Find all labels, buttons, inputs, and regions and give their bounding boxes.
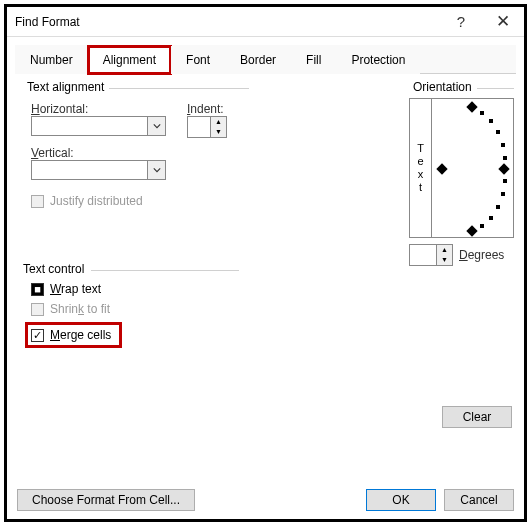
vertical-combo[interactable] xyxy=(31,160,166,180)
vertical-label: Vertical: xyxy=(31,146,166,160)
cancel-button[interactable]: Cancel xyxy=(444,489,514,511)
divider xyxy=(91,270,239,271)
dot-icon xyxy=(501,192,505,196)
orientation-legend: Orientation xyxy=(409,80,476,94)
dot-icon xyxy=(496,205,500,209)
degrees-row: ▲ ▼ Degrees xyxy=(409,244,514,266)
dot-icon xyxy=(489,119,493,123)
divider xyxy=(109,88,249,89)
checkbox-checked-icon: ■ xyxy=(31,283,44,296)
degrees-label: Degrees xyxy=(459,248,504,262)
diamond-icon xyxy=(436,163,447,174)
divider xyxy=(477,88,514,89)
diamond-icon xyxy=(466,225,477,236)
wrap-text-checkbox[interactable]: ■ Wrap text xyxy=(31,282,239,296)
find-format-dialog: Find Format ? ✕ Number Alignment Font Bo… xyxy=(4,4,527,522)
glyph: t xyxy=(419,182,422,193)
glyph: e xyxy=(417,156,423,167)
shrink-label: Shrink to fit xyxy=(50,302,110,316)
dialog-body: Text alignment Horizontal: Indent: ▲ ▼ xyxy=(7,74,524,472)
checkbox-icon xyxy=(31,195,44,208)
orientation-preview[interactable]: T e x t xyxy=(409,98,514,238)
chevron-down-icon[interactable]: ▼ xyxy=(211,127,226,137)
help-button[interactable]: ? xyxy=(440,8,482,36)
diamond-icon xyxy=(498,163,509,174)
text-control-group: Text control ■ Wrap text Shrink to fit ✓… xyxy=(19,264,239,348)
tab-font[interactable]: Font xyxy=(171,46,225,74)
orientation-group: Orientation T e x t xyxy=(409,82,514,302)
tab-number[interactable]: Number xyxy=(15,46,88,74)
clear-row: Clear xyxy=(442,406,512,428)
dot-icon xyxy=(489,216,493,220)
clear-button[interactable]: Clear xyxy=(442,406,512,428)
chevron-up-icon[interactable]: ▲ xyxy=(211,117,226,127)
horizontal-label: Horizontal: xyxy=(31,102,166,116)
chevron-down-icon[interactable] xyxy=(147,117,165,135)
degrees-spinner[interactable]: ▲ ▼ xyxy=(409,244,453,266)
choose-format-from-cell-button[interactable]: Choose Format From Cell... xyxy=(17,489,195,511)
justify-distributed-checkbox: Justify distributed xyxy=(31,194,143,208)
dialog-footer: Choose Format From Cell... OK Cancel xyxy=(7,481,524,519)
spinner-buttons[interactable]: ▲ ▼ xyxy=(210,117,226,137)
orientation-dial[interactable] xyxy=(432,99,513,237)
glyph: x xyxy=(418,169,424,180)
close-button[interactable]: ✕ xyxy=(482,8,524,36)
text-alignment-legend: Text alignment xyxy=(23,80,108,94)
dot-icon xyxy=(496,130,500,134)
indent-spinner[interactable]: ▲ ▼ xyxy=(187,116,227,138)
text-control-legend: Text control xyxy=(19,262,88,276)
spinner-buttons[interactable]: ▲ ▼ xyxy=(436,245,452,265)
indent-label: Indent: xyxy=(187,102,227,116)
orientation-vertical-text[interactable]: T e x t xyxy=(410,99,432,237)
checkbox-checked-icon: ✓ xyxy=(31,329,44,342)
horizontal-value xyxy=(32,117,147,135)
dot-icon xyxy=(480,224,484,228)
chevron-up-icon[interactable]: ▲ xyxy=(437,245,452,255)
tab-border[interactable]: Border xyxy=(225,46,291,74)
window-title: Find Format xyxy=(15,15,440,29)
indent-value xyxy=(188,117,210,137)
checkbox-icon xyxy=(31,303,44,316)
tab-alignment[interactable]: Alignment xyxy=(88,46,171,74)
text-alignment-group: Text alignment Horizontal: Indent: ▲ ▼ xyxy=(19,82,249,212)
chevron-down-icon[interactable]: ▼ xyxy=(437,255,452,265)
tab-fill[interactable]: Fill xyxy=(291,46,336,74)
dot-icon xyxy=(503,156,507,160)
merge-cells-highlight: ✓ Merge cells xyxy=(25,322,122,348)
diamond-icon xyxy=(466,101,477,112)
chevron-down-icon[interactable] xyxy=(147,161,165,179)
glyph: T xyxy=(417,143,424,154)
dot-icon xyxy=(480,111,484,115)
dot-icon xyxy=(501,143,505,147)
merge-cells-label: Merge cells xyxy=(50,328,111,342)
titlebar: Find Format ? ✕ xyxy=(7,7,524,37)
tab-strip: Number Alignment Font Border Fill Protec… xyxy=(15,45,516,74)
degrees-value xyxy=(410,245,436,265)
horizontal-combo[interactable] xyxy=(31,116,166,136)
tab-protection[interactable]: Protection xyxy=(336,46,420,74)
shrink-to-fit-checkbox: Shrink to fit xyxy=(31,302,239,316)
wrap-text-label: Wrap text xyxy=(50,282,101,296)
ok-button[interactable]: OK xyxy=(366,489,436,511)
justify-label: Justify distributed xyxy=(50,194,143,208)
dot-icon xyxy=(503,179,507,183)
vertical-value xyxy=(32,161,147,179)
merge-cells-checkbox[interactable]: ✓ Merge cells xyxy=(31,328,111,342)
